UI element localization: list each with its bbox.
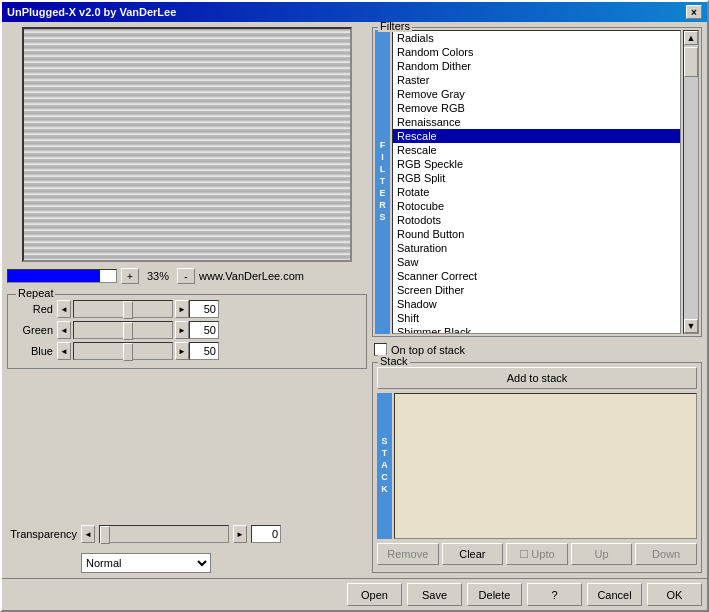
filter-item[interactable]: Renaissance bbox=[393, 115, 680, 129]
filter-item[interactable]: Shimmer Black bbox=[393, 325, 680, 334]
transparency-row: Transparency ◄ ► 0 bbox=[7, 525, 367, 543]
transparency-value: 0 bbox=[251, 525, 281, 543]
stack-list[interactable] bbox=[394, 393, 697, 539]
stack-group: Stack Add to stack STACK Remove Clear ☐U… bbox=[372, 362, 702, 573]
filter-item[interactable]: Random Colors bbox=[393, 45, 680, 59]
blue-slider[interactable] bbox=[73, 342, 173, 360]
filter-item[interactable]: Round Button bbox=[393, 227, 680, 241]
on-top-row: On top of stack bbox=[372, 341, 702, 358]
transparency-label: Transparency bbox=[7, 528, 77, 540]
filter-item[interactable]: Screen Dither bbox=[393, 283, 680, 297]
bottom-buttons: Open Save Delete ? Cancel OK bbox=[2, 578, 707, 610]
filter-item[interactable]: Rotocube bbox=[393, 199, 680, 213]
filter-item[interactable]: Shift bbox=[393, 311, 680, 325]
filter-item[interactable]: Rotodots bbox=[393, 213, 680, 227]
transparency-left-arrow[interactable]: ◄ bbox=[81, 525, 95, 543]
red-left-arrow[interactable]: ◄ bbox=[57, 300, 71, 318]
repeat-group: Repeat Red ◄ ► 50 Green ◄ bbox=[7, 294, 367, 369]
left-panel: + 33% - www.VanDerLee.com Repeat Red ◄ bbox=[7, 27, 367, 573]
filter-item[interactable]: Rotate bbox=[393, 185, 680, 199]
green-row: Green ◄ ► 50 bbox=[13, 321, 361, 339]
website-label: www.VanDerLee.com bbox=[199, 270, 304, 282]
open-button[interactable]: Open bbox=[347, 583, 402, 606]
stack-buttons: Remove Clear ☐Upto Up Down bbox=[377, 543, 697, 565]
filter-item[interactable]: Rescale bbox=[393, 143, 680, 157]
green-right-arrow[interactable]: ► bbox=[175, 321, 189, 339]
filters-list[interactable]: RadialsRandom ColorsRandom DitherRasterR… bbox=[392, 30, 681, 334]
filter-item[interactable]: Raster bbox=[393, 73, 680, 87]
filters-list-container: RadialsRandom ColorsRandom DitherRasterR… bbox=[392, 30, 681, 334]
ok-button[interactable]: OK bbox=[647, 583, 702, 606]
zoom-value: 33% bbox=[143, 270, 173, 282]
stack-sidebar: STACK bbox=[377, 393, 392, 539]
blue-label: Blue bbox=[13, 345, 53, 357]
red-right-arrow[interactable]: ► bbox=[175, 300, 189, 318]
blue-right-arrow[interactable]: ► bbox=[175, 342, 189, 360]
up-button[interactable]: Up bbox=[571, 543, 633, 565]
down-button[interactable]: Down bbox=[635, 543, 697, 565]
filter-item[interactable]: Remove RGB bbox=[393, 101, 680, 115]
window-title: UnPlugged-X v2.0 by VanDerLee bbox=[7, 6, 176, 18]
filter-item[interactable]: Random Dither bbox=[393, 59, 680, 73]
filter-item[interactable]: Radials bbox=[393, 31, 680, 45]
green-value: 50 bbox=[189, 321, 219, 339]
filter-item[interactable]: RGB Split bbox=[393, 171, 680, 185]
remove-button[interactable]: Remove bbox=[377, 543, 439, 565]
green-label: Green bbox=[13, 324, 53, 336]
progress-row: + 33% - www.VanDerLee.com bbox=[7, 266, 367, 286]
help-button[interactable]: ? bbox=[527, 583, 582, 606]
clear-button[interactable]: Clear bbox=[442, 543, 504, 565]
stack-inner: STACK bbox=[377, 393, 697, 539]
red-slider[interactable] bbox=[73, 300, 173, 318]
scroll-down-arrow[interactable]: ▼ bbox=[684, 319, 698, 333]
on-top-label: On top of stack bbox=[391, 344, 465, 356]
preview-canvas bbox=[24, 29, 350, 260]
filters-sidebar: FILTERS bbox=[375, 30, 390, 334]
filter-item[interactable]: Shadow bbox=[393, 297, 680, 311]
filter-item[interactable]: Remove Gray bbox=[393, 87, 680, 101]
preview-area bbox=[22, 27, 352, 262]
green-slider[interactable] bbox=[73, 321, 173, 339]
blue-left-arrow[interactable]: ◄ bbox=[57, 342, 71, 360]
progress-bar-container bbox=[7, 269, 117, 283]
right-panel: Filters FILTERS RadialsRandom ColorsRand… bbox=[372, 27, 702, 573]
transparency-slider[interactable] bbox=[99, 525, 229, 543]
close-button[interactable]: × bbox=[686, 5, 702, 19]
delete-button[interactable]: Delete bbox=[467, 583, 522, 606]
filters-group: Filters FILTERS RadialsRandom ColorsRand… bbox=[372, 27, 702, 337]
stack-group-label: Stack bbox=[378, 355, 410, 367]
title-bar: UnPlugged-X v2.0 by VanDerLee × bbox=[2, 2, 707, 22]
scroll-up-arrow[interactable]: ▲ bbox=[684, 31, 698, 45]
filters-scrollbar[interactable]: ▲ ▼ bbox=[683, 30, 699, 334]
blue-value: 50 bbox=[189, 342, 219, 360]
zoom-out-button[interactable]: - bbox=[177, 268, 195, 284]
upto-checkbox: ☐ bbox=[519, 548, 529, 560]
filter-item[interactable]: Scanner Correct bbox=[393, 269, 680, 283]
save-button[interactable]: Save bbox=[407, 583, 462, 606]
filters-inner: FILTERS RadialsRandom ColorsRandom Dithe… bbox=[375, 30, 699, 334]
transparency-right-arrow[interactable]: ► bbox=[233, 525, 247, 543]
add-to-stack-button[interactable]: Add to stack bbox=[377, 367, 697, 389]
red-label: Red bbox=[13, 303, 53, 315]
red-value: 50 bbox=[189, 300, 219, 318]
blue-row: Blue ◄ ► 50 bbox=[13, 342, 361, 360]
zoom-in-button[interactable]: + bbox=[121, 268, 139, 284]
cancel-button[interactable]: Cancel bbox=[587, 583, 642, 606]
filter-item[interactable]: Saw bbox=[393, 255, 680, 269]
main-window: UnPlugged-X v2.0 by VanDerLee × + 33% - bbox=[0, 0, 709, 612]
red-row: Red ◄ ► 50 bbox=[13, 300, 361, 318]
filter-item[interactable]: Rescale bbox=[393, 129, 680, 143]
filter-item[interactable]: RGB Speckle bbox=[393, 157, 680, 171]
filter-item[interactable]: Saturation bbox=[393, 241, 680, 255]
green-left-arrow[interactable]: ◄ bbox=[57, 321, 71, 339]
upto-button[interactable]: ☐Upto bbox=[506, 543, 568, 565]
filters-group-label: Filters bbox=[378, 22, 412, 32]
repeat-group-label: Repeat bbox=[16, 287, 55, 299]
progress-bar-fill bbox=[8, 270, 100, 282]
blend-mode-select[interactable]: Normal bbox=[81, 553, 211, 573]
scroll-thumb[interactable] bbox=[684, 47, 698, 77]
